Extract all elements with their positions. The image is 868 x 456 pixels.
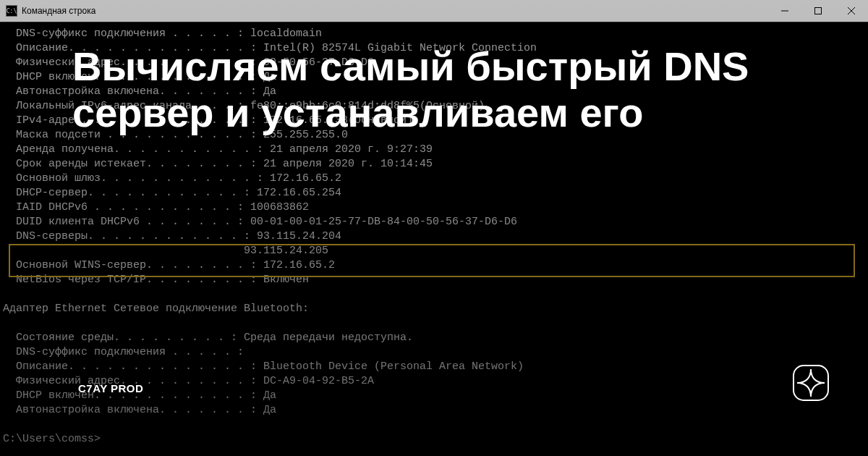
console-line: DUID клиента DHCPv6 . . . . . . . : 00-0…: [16, 215, 868, 229]
console-line: DHCP включен. . . . . . . . . . . . : Да: [16, 389, 868, 403]
console-line: [16, 316, 868, 331]
console-line: [16, 418, 868, 432]
console-line: Основной шлюз. . . . . . . . . . . . : 1…: [16, 172, 868, 186]
console-line: DNS-суффикс подключения . . . . . :: [16, 345, 868, 360]
console-line: C:\Users\comss>: [3, 432, 868, 447]
console-line: Описание. . . . . . . . . . . . . . : Bl…: [16, 360, 868, 374]
cmd-icon: C:\: [6, 5, 17, 17]
minimize-button[interactable]: [768, 0, 801, 22]
window-controls: [768, 0, 868, 22]
maximize-button[interactable]: [801, 0, 835, 22]
author-label: C7AY PROD: [78, 382, 143, 394]
close-button[interactable]: [835, 0, 868, 22]
svg-rect-0: [815, 8, 822, 14]
console-line: Срок аренды истекает. . . . . . . . : 21…: [16, 157, 868, 172]
console-line: [16, 287, 868, 302]
console-line: IAID DHCPv6 . . . . . . . . . . . : 1006…: [16, 200, 868, 215]
window-title: Командная строка: [22, 6, 95, 16]
console-line: 93.115.24.205: [16, 244, 868, 258]
console-line: NetBios через TCP/IP. . . . . . . . : Вк…: [16, 273, 868, 287]
console-line: Автонастройка включена. . . . . . . : Да: [16, 403, 868, 418]
zen-spark-icon: [793, 365, 829, 401]
console-line: Физический адрес. . . . . . . . . . : DC…: [16, 374, 868, 389]
console-line: Состояние среды. . . . . . . . . : Среда…: [16, 331, 868, 345]
console-line: DNS-суффикс подключения . . . . . : loca…: [16, 27, 868, 41]
console-line: Аренда получена. . . . . . . . . . . : 2…: [16, 143, 868, 157]
article-headline: Вычисляем самый быстрый DNS сервер и уст…: [72, 43, 796, 136]
console-line: Адаптер Ethernet Сетевое подключение Blu…: [3, 302, 868, 316]
console-line: Основной WINS-сервер. . . . . . . . : 17…: [16, 258, 868, 273]
console-line: DNS-серверы. . . . . . . . . . . . : 93.…: [16, 229, 868, 244]
window-titlebar: C:\ Командная строка: [0, 0, 868, 22]
console-line: DHCP-сервер. . . . . . . . . . . . : 172…: [16, 186, 868, 200]
